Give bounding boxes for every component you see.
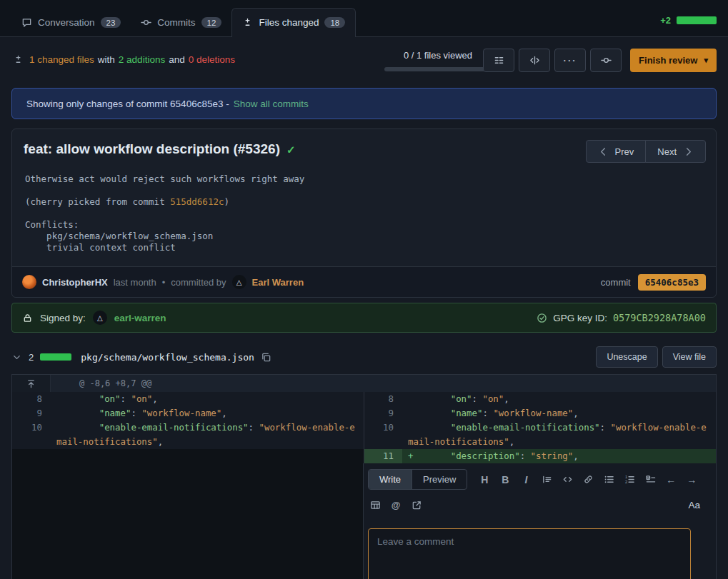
tab-commits[interactable]: Commits 12: [131, 9, 231, 37]
signer-link[interactable]: earl-warren: [114, 313, 166, 323]
summary-text: and: [169, 54, 185, 65]
arrow-left-button[interactable]: ←: [665, 473, 677, 486]
heading-button[interactable]: H: [479, 473, 490, 486]
diff-code-new: "name": "workflow-name",: [402, 406, 716, 421]
signed-by-label: Signed by:: [40, 313, 86, 323]
copy-path-icon[interactable]: [261, 352, 271, 363]
list-unordered-button[interactable]: [603, 473, 614, 486]
commit-title: feat: allow workflow description (#5326)…: [24, 141, 296, 157]
summary-text: with: [98, 54, 115, 65]
tab-conversation[interactable]: Conversation 23: [11, 9, 131, 37]
gpg-key-label: GPG key ID:: [553, 313, 607, 323]
line-number-old[interactable]: 9: [12, 406, 51, 421]
view-file-button[interactable]: View file: [662, 346, 717, 368]
author-link[interactable]: ChristopherHX: [42, 277, 108, 288]
commit-picker-button[interactable]: [590, 49, 622, 72]
files-viewed-label: 0 / 1 files viewed: [384, 50, 492, 61]
chevron-right-icon: [683, 146, 694, 157]
diff-code-old: "name": "workflow-name",: [51, 406, 364, 421]
commit-hash-badge[interactable]: 65406c85e3: [638, 274, 706, 291]
svg-text:2: 2: [625, 480, 627, 484]
additions-count: 2 additions: [119, 54, 165, 65]
line-number-old[interactable]: 8: [12, 392, 51, 406]
list-ordered-button[interactable]: 12: [624, 473, 635, 486]
comment-input[interactable]: [368, 528, 691, 579]
commits-count-badge: 12: [201, 17, 222, 28]
author-avatar[interactable]: [22, 275, 36, 289]
finish-review-button[interactable]: Finish review ▾: [630, 49, 717, 72]
files-viewed-bar: [384, 67, 492, 71]
svg-text:1: 1: [625, 475, 627, 479]
file-tree-icon: [494, 55, 504, 66]
collapse-file-icon[interactable]: [11, 352, 22, 363]
diff-code-old: "on": "on",: [51, 392, 364, 406]
conversation-count-badge: 23: [101, 17, 121, 28]
file-name-link[interactable]: pkg/schema/workflow_schema.json: [81, 352, 254, 363]
files-viewed-progress: 0 / 1 files viewed: [384, 50, 492, 71]
more-options-button[interactable]: ···: [554, 49, 586, 72]
cherry-pick-hash-link[interactable]: 515dd6612c: [170, 196, 224, 207]
committed-by-label: committed by: [171, 277, 226, 288]
commit-message-text: Otherwise act would reject such workflow…: [25, 173, 304, 184]
pull-request-files-page: Conversation 23 Commits 12 Files changed…: [0, 0, 728, 579]
commit-time: last month: [114, 277, 156, 288]
italic-button[interactable]: I: [520, 473, 532, 486]
files-changed-count-badge: 18: [324, 17, 345, 28]
commit-box: feat: allow workflow description (#5326)…: [11, 129, 717, 298]
expand-lines-button[interactable]: [12, 375, 51, 392]
diff-actions-row: ··· Finish review ▾: [483, 49, 717, 72]
line-number-new[interactable]: 10: [364, 421, 402, 449]
check-circle-icon: [537, 313, 547, 323]
commit-icon: [141, 17, 151, 28]
diffstat-text: +2: [660, 15, 671, 26]
committer-avatar[interactable]: [232, 275, 246, 289]
show-all-commits-link[interactable]: Show all commits: [234, 99, 309, 109]
mention-button[interactable]: @: [390, 498, 402, 511]
line-number-new[interactable]: 11: [364, 449, 402, 463]
line-number-new[interactable]: 8: [364, 392, 402, 406]
link-button[interactable]: [582, 473, 594, 486]
diff-icon: [242, 17, 253, 28]
lock-icon: [22, 313, 33, 323]
tab-conversation-label: Conversation: [38, 17, 95, 28]
diff-view-toggle-button[interactable]: [519, 49, 550, 72]
split-diff-icon: [529, 55, 540, 66]
quote-button[interactable]: [541, 473, 552, 486]
hunk-header: @ -8,6 +8,7 @@: [51, 375, 716, 392]
file-header: 2 pkg/schema/workflow_schema.json Unesca…: [11, 344, 717, 370]
diff-code-old: "enable-email-notifications": "workflow-…: [51, 421, 364, 449]
next-label: Next: [657, 146, 677, 157]
bold-button[interactable]: B: [499, 473, 511, 486]
signer-avatar[interactable]: [93, 311, 107, 325]
committer-link[interactable]: Earl Warren: [252, 277, 304, 288]
hunk-row: @ -8,6 +8,7 @@: [12, 375, 716, 392]
line-number-new[interactable]: 9: [364, 406, 402, 421]
tab-preview[interactable]: Preview: [412, 470, 467, 489]
reference-button[interactable]: [411, 498, 422, 511]
editor-tabs: Write Preview: [368, 469, 467, 490]
list-task-button[interactable]: [644, 473, 656, 486]
gpg-key-value: 0579CB2928A78A00: [613, 312, 706, 323]
unescape-button[interactable]: Unescape: [596, 346, 657, 368]
tab-files-changed[interactable]: Files changed 18: [231, 8, 356, 37]
tab-write[interactable]: Write: [369, 470, 412, 489]
table-button[interactable]: [369, 498, 381, 511]
commit-filter-banner: Showing only changes of commit 65406c85e…: [11, 88, 717, 119]
file-change-count: 2: [29, 352, 34, 363]
font-toggle-button[interactable]: Aa: [688, 500, 709, 510]
file-tree-toggle-button[interactable]: [483, 49, 514, 72]
code-button[interactable]: [562, 473, 573, 486]
conversation-icon: [21, 17, 32, 28]
changed-files-count: 1 changed files: [29, 54, 94, 65]
changes-summary: 1 changed files with 2 additions and 0 d…: [13, 54, 235, 65]
line-number-old[interactable]: 10: [12, 421, 51, 449]
diffstat-summary: +2: [660, 15, 717, 26]
next-commit-button[interactable]: Next: [645, 140, 706, 163]
commit-icon: [601, 55, 612, 66]
prev-commit-button[interactable]: Prev: [586, 140, 647, 163]
diff-code-new: "on": "on",: [402, 392, 716, 406]
arrow-right-button[interactable]: →: [686, 473, 697, 486]
meta-separator: •: [162, 277, 166, 288]
signature-row: Signed by: earl-warren GPG key ID: 0579C…: [11, 303, 717, 333]
ci-status-icon[interactable]: ✓: [286, 144, 296, 155]
